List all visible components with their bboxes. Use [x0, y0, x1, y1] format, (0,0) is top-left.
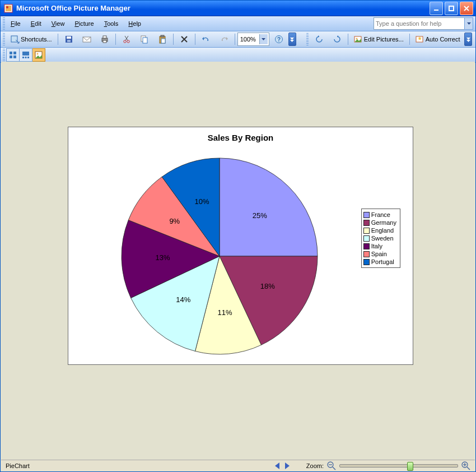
svg-rect-3 — [434, 10, 438, 11]
svg-rect-12 — [103, 40, 106, 43]
legend-label: England — [371, 227, 394, 234]
paste-button[interactable] — [154, 33, 171, 46]
svg-rect-7 — [67, 36, 71, 39]
svg-rect-25 — [10, 52, 12, 54]
svg-point-34 — [37, 53, 39, 55]
edit-pictures-button[interactable]: Edit Pictures... — [351, 33, 407, 46]
legend-item-italy: Italy — [363, 242, 396, 250]
close-button[interactable] — [460, 2, 473, 15]
zoom-slider-thumb[interactable] — [407, 462, 413, 471]
redo-button[interactable] — [216, 33, 232, 46]
grip-icon — [3, 17, 5, 30]
help-button[interactable]: ? — [270, 33, 287, 46]
cut-button[interactable] — [118, 33, 135, 46]
svg-rect-26 — [13, 52, 16, 54]
single-view-button[interactable] — [32, 48, 45, 62]
toolbar-overflow-button-2[interactable] — [464, 33, 472, 46]
mail-button[interactable] — [78, 33, 95, 46]
undo-icon — [202, 35, 211, 44]
svg-rect-11 — [103, 36, 106, 38]
legend-label: Germany — [371, 219, 396, 226]
toolbar-view — [1, 48, 475, 63]
menu-tools[interactable]: Tools — [100, 18, 123, 29]
redo-icon — [220, 35, 228, 44]
save-icon — [64, 35, 73, 44]
legend-swatch — [363, 251, 370, 257]
zoom-combo[interactable]: 100% — [237, 33, 269, 46]
paste-icon — [158, 35, 167, 44]
copy-button[interactable] — [136, 33, 153, 46]
save-button[interactable] — [60, 33, 77, 46]
rotate-left-icon — [315, 35, 324, 44]
help-search-dropdown[interactable] — [464, 17, 473, 30]
undo-button[interactable] — [198, 33, 214, 46]
help-icon: ? — [274, 35, 283, 44]
zoom-value: 100% — [240, 36, 256, 43]
prev-image-button[interactable] — [275, 462, 281, 469]
menu-file[interactable]: File — [6, 18, 25, 29]
menu-edit[interactable]: Edit — [26, 18, 46, 29]
print-button[interactable] — [96, 33, 113, 46]
maximize-button[interactable] — [445, 2, 458, 15]
svg-point-2 — [6, 6, 8, 8]
zoom-out-button[interactable] — [327, 461, 336, 470]
legend-label: France — [371, 211, 390, 218]
grip-icon — [306, 33, 309, 45]
rotate-left-button[interactable] — [311, 33, 328, 46]
filmstrip-view-button[interactable] — [20, 48, 32, 62]
grip-icon — [3, 33, 5, 45]
grip-icon — [3, 49, 5, 61]
auto-correct-label: Auto Correct — [426, 36, 460, 43]
status-filename: PieChart — [6, 462, 30, 469]
svg-rect-16 — [143, 38, 147, 43]
zoom-slider[interactable] — [339, 464, 458, 468]
mail-icon — [82, 35, 91, 44]
app-icon — [4, 4, 13, 13]
single-view-icon — [35, 51, 43, 59]
toolbar-main: Shortcuts... 100% ? Edit Pictures... — [1, 31, 475, 48]
app-window: Microsoft Office Picture Manager FileEdi… — [0, 0, 476, 472]
toolbar-overflow-button[interactable] — [288, 33, 296, 46]
legend-swatch — [363, 212, 370, 218]
menu-help[interactable]: Help — [124, 18, 146, 29]
menu-picture[interactable]: Picture — [70, 18, 98, 29]
zoom-in-button[interactable] — [461, 461, 470, 470]
pie-label-germany: 18% — [260, 282, 275, 290]
cut-icon — [122, 35, 131, 44]
print-icon — [100, 35, 109, 44]
thumbnail-view-button[interactable] — [6, 48, 20, 62]
svg-rect-28 — [13, 55, 16, 58]
pie-label-spain: 9% — [169, 217, 180, 225]
zoom-label: Zoom: — [306, 462, 324, 469]
statusbar: PieChart Zoom: — [1, 460, 475, 471]
legend-swatch — [363, 243, 370, 249]
chart-container: Sales By Region 25%18%11%14%13%9%10% Fra… — [68, 127, 413, 365]
pie-slice-france — [220, 158, 318, 256]
pie-label-portugal: 10% — [195, 197, 209, 206]
minimize-button[interactable] — [430, 2, 443, 15]
svg-rect-30 — [22, 57, 24, 58]
legend-swatch — [363, 220, 370, 226]
legend-item-spain: Spain — [363, 250, 396, 258]
shortcuts-label: Shortcuts... — [21, 36, 52, 43]
delete-icon — [180, 35, 189, 44]
svg-rect-27 — [10, 55, 12, 58]
menu-view[interactable]: View — [47, 18, 69, 29]
svg-point-14 — [127, 40, 129, 43]
svg-rect-5 — [11, 36, 17, 42]
svg-rect-4 — [449, 6, 454, 11]
edit-pictures-label: Edit Pictures... — [364, 36, 404, 43]
next-image-button[interactable] — [284, 462, 290, 469]
help-search-input[interactable] — [374, 17, 465, 30]
delete-button[interactable] — [176, 33, 193, 46]
svg-rect-1 — [6, 6, 11, 11]
pie-label-italy: 13% — [156, 253, 170, 262]
chart-legend: FranceGermanyEnglandSwedenItalySpainPort… — [361, 209, 400, 268]
legend-label: Sweden — [371, 235, 394, 242]
rotate-right-button[interactable] — [329, 33, 346, 46]
shortcuts-button[interactable]: Shortcuts... — [7, 33, 55, 46]
content-area: Sales By Region 25%18%11%14%13%9%10% Fra… — [1, 62, 475, 460]
menubar: FileEditViewPictureToolsHelp — [1, 16, 475, 31]
auto-correct-button[interactable]: Auto Correct — [412, 33, 464, 46]
legend-swatch — [363, 228, 370, 234]
